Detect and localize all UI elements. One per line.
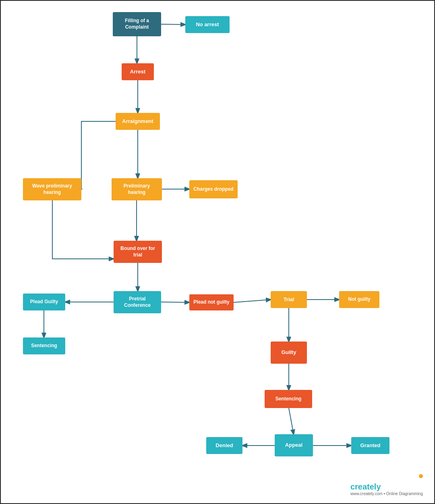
node-pretrial: Pretrial Conference bbox=[114, 291, 161, 313]
watermark: creately www.creately.com • Online Diagr… bbox=[350, 474, 423, 496]
node-plead-guilty: Plead Guilty bbox=[23, 294, 65, 310]
node-no-arrest: No arrest bbox=[185, 16, 230, 33]
node-guilty: Guilty bbox=[271, 342, 307, 364]
watermark-url: www.creately.com • Online Diagramming bbox=[350, 492, 423, 496]
svg-line-15 bbox=[289, 408, 294, 434]
node-granted: Granted bbox=[351, 437, 389, 454]
node-plead-not-guilty: Plead not guilty bbox=[189, 294, 234, 310]
svg-line-10 bbox=[161, 302, 189, 302]
node-trial: Trial bbox=[271, 291, 307, 308]
node-preliminary: Preliminary hearing bbox=[112, 178, 162, 200]
node-not-guilty: Not guilty bbox=[339, 291, 379, 308]
node-charges-dropped: Charges dropped bbox=[189, 180, 238, 198]
node-filling: Filling of a Complaint bbox=[113, 12, 161, 36]
node-sentencing-left: Sentencing bbox=[23, 337, 65, 354]
node-appeal: Appeal bbox=[275, 434, 313, 456]
diagram-wrapper: Filling of a Complaint No arrest Arrest … bbox=[0, 0, 435, 504]
brand-name: creately bbox=[350, 482, 381, 492]
node-wave: Wave preliminary hearing bbox=[23, 178, 81, 200]
svg-line-11 bbox=[234, 300, 271, 302]
node-bound-over: Bound over for trial bbox=[114, 241, 162, 263]
svg-line-1 bbox=[161, 24, 185, 25]
brand-dot-icon bbox=[419, 474, 423, 478]
node-arraignment: Arraignment bbox=[116, 113, 160, 130]
node-arrest: Arrest bbox=[122, 63, 154, 80]
node-denied: Denied bbox=[206, 437, 242, 454]
arrows-svg bbox=[1, 1, 434, 503]
node-sentencing-right: Sentencing bbox=[265, 390, 312, 408]
